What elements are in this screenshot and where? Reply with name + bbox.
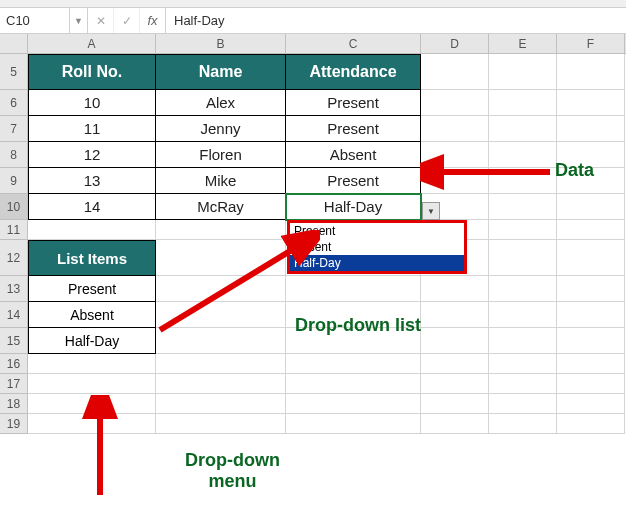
col-header-D[interactable]: D — [421, 34, 489, 53]
list-item[interactable]: Half-Day — [28, 328, 156, 354]
dropdown-option[interactable]: Absent — [290, 239, 464, 255]
cell-C19[interactable] — [286, 414, 421, 434]
cell-E9[interactable] — [489, 168, 557, 194]
cell-B18[interactable] — [156, 394, 286, 414]
dropdown-option-selected[interactable]: Half-Day — [290, 255, 464, 271]
cell-D17[interactable] — [421, 374, 489, 394]
row-header-17[interactable]: 17 — [0, 374, 28, 394]
cell-attendance[interactable]: Absent — [286, 142, 421, 168]
cell-B12[interactable] — [156, 240, 286, 276]
cell-B19[interactable] — [156, 414, 286, 434]
cell-D18[interactable] — [421, 394, 489, 414]
list-items-header[interactable]: List Items — [28, 240, 156, 276]
cell-D8[interactable] — [421, 142, 489, 168]
cell-F12[interactable] — [557, 240, 625, 276]
row-header-9[interactable]: 9 — [0, 168, 28, 194]
cell-B13[interactable] — [156, 276, 286, 302]
row-header-6[interactable]: 6 — [0, 90, 28, 116]
cell-E15[interactable] — [489, 328, 557, 354]
cell-F10[interactable] — [557, 194, 625, 220]
col-header-C[interactable]: C — [286, 34, 421, 53]
row-header-12[interactable]: 12 — [0, 240, 28, 276]
cell-attendance[interactable]: Present — [286, 116, 421, 142]
row-header-7[interactable]: 7 — [0, 116, 28, 142]
cell-A19[interactable] — [28, 414, 156, 434]
cell-E6[interactable] — [489, 90, 557, 116]
cell-rollno[interactable]: 14 — [28, 194, 156, 220]
cell-F16[interactable] — [557, 354, 625, 374]
cell-F11[interactable] — [557, 220, 625, 240]
cell-F15[interactable] — [557, 328, 625, 354]
name-box-dropdown-icon[interactable]: ▼ — [70, 8, 88, 33]
cell-A16[interactable] — [28, 354, 156, 374]
cell-name[interactable]: Jenny — [156, 116, 286, 142]
cell-F18[interactable] — [557, 394, 625, 414]
cell-E8[interactable] — [489, 142, 557, 168]
cell-B17[interactable] — [156, 374, 286, 394]
col-header-B[interactable]: B — [156, 34, 286, 53]
cell-E7[interactable] — [489, 116, 557, 142]
header-name[interactable]: Name — [156, 54, 286, 90]
cell-E5[interactable] — [489, 54, 557, 90]
select-all-corner[interactable] — [0, 34, 28, 53]
cell-C17[interactable] — [286, 374, 421, 394]
row-header-10[interactable]: 10 — [0, 194, 28, 220]
cell-D14[interactable] — [421, 302, 489, 328]
cell-E19[interactable] — [489, 414, 557, 434]
name-box[interactable]: C10 — [0, 8, 70, 33]
cell-F7[interactable] — [557, 116, 625, 142]
cell-C13[interactable] — [286, 276, 421, 302]
fx-icon[interactable]: fx — [140, 8, 166, 33]
cell-F13[interactable] — [557, 276, 625, 302]
cell-name[interactable]: McRay — [156, 194, 286, 220]
col-header-F[interactable]: F — [557, 34, 625, 53]
cell-D5[interactable] — [421, 54, 489, 90]
header-attendance[interactable]: Attendance — [286, 54, 421, 90]
row-header-14[interactable]: 14 — [0, 302, 28, 328]
cell-E13[interactable] — [489, 276, 557, 302]
formula-bar-input[interactable]: Half-Day — [166, 13, 626, 28]
header-rollno[interactable]: Roll No. — [28, 54, 156, 90]
cell-B14[interactable] — [156, 302, 286, 328]
row-header-19[interactable]: 19 — [0, 414, 28, 434]
cell-B15[interactable] — [156, 328, 286, 354]
cell-attendance[interactable]: Present — [286, 90, 421, 116]
row-header-16[interactable]: 16 — [0, 354, 28, 374]
cell-A18[interactable] — [28, 394, 156, 414]
cell-F19[interactable] — [557, 414, 625, 434]
cell-name[interactable]: Alex — [156, 90, 286, 116]
col-header-A[interactable]: A — [28, 34, 156, 53]
cell-D16[interactable] — [421, 354, 489, 374]
cell-D9[interactable] — [421, 168, 489, 194]
cell-E14[interactable] — [489, 302, 557, 328]
cell-C18[interactable] — [286, 394, 421, 414]
col-header-E[interactable]: E — [489, 34, 557, 53]
cell-name[interactable]: Floren — [156, 142, 286, 168]
cell-D7[interactable] — [421, 116, 489, 142]
cell-E16[interactable] — [489, 354, 557, 374]
cell-D19[interactable] — [421, 414, 489, 434]
row-header-15[interactable]: 15 — [0, 328, 28, 354]
row-header-5[interactable]: 5 — [0, 54, 28, 90]
row-header-11[interactable]: 11 — [0, 220, 28, 240]
cell-rollno[interactable]: 11 — [28, 116, 156, 142]
row-header-13[interactable]: 13 — [0, 276, 28, 302]
cell-B16[interactable] — [156, 354, 286, 374]
cell-attendance[interactable]: Present — [286, 168, 421, 194]
cell-E10[interactable] — [489, 194, 557, 220]
cell-F6[interactable] — [557, 90, 625, 116]
list-item[interactable]: Present — [28, 276, 156, 302]
list-item[interactable]: Absent — [28, 302, 156, 328]
row-header-8[interactable]: 8 — [0, 142, 28, 168]
cell-A17[interactable] — [28, 374, 156, 394]
dropdown-option[interactable]: Present — [290, 223, 464, 239]
row-header-18[interactable]: 18 — [0, 394, 28, 414]
cell-E18[interactable] — [489, 394, 557, 414]
cell-F5[interactable] — [557, 54, 625, 90]
cell-D15[interactable] — [421, 328, 489, 354]
cell-E11[interactable] — [489, 220, 557, 240]
cell-D6[interactable] — [421, 90, 489, 116]
validation-dropdown-icon[interactable]: ▼ — [422, 202, 440, 220]
cell-B11[interactable] — [156, 220, 286, 240]
cell-rollno[interactable]: 13 — [28, 168, 156, 194]
